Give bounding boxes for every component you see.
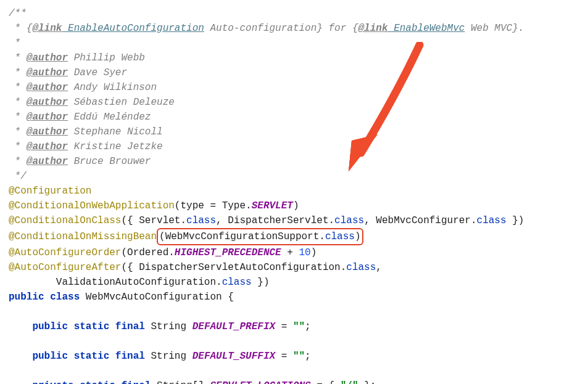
javadoc-blank: *	[9, 36, 582, 51]
annotation-conditional-missing-bean: @ConditionalOnMissingBean(WebMvcConfigur…	[9, 228, 582, 245]
javadoc-author-6: * @author Kristine Jetzke	[9, 139, 582, 154]
javadoc-author-7: * @author Bruce Brouwer	[9, 154, 582, 169]
code-editor-area[interactable]: /** * {@link EnableAutoConfiguration Aut…	[9, 6, 582, 384]
highlighted-parameter: (WebMvcConfigurationSupport.class)	[157, 228, 363, 245]
javadoc-desc: * {@link EnableAutoConfiguration Auto-co…	[9, 21, 582, 36]
javadoc-close: */	[9, 169, 582, 184]
blank-line	[9, 334, 582, 349]
javadoc-author-5: * @author Stephane Nicoll	[9, 125, 582, 139]
javadoc-open: /**	[9, 6, 582, 21]
javadoc-author-1: * @author Dave Syer	[9, 65, 582, 80]
field-servlet-locations: private static final String[] SERVLET_LO…	[9, 378, 582, 384]
annotation-auto-configure-after-l1: @AutoConfigureAfter({ DispatcherServletA…	[9, 260, 582, 275]
blank-line	[9, 304, 582, 319]
annotation-conditional-web-app: @ConditionalOnWebApplication(type = Type…	[9, 198, 582, 213]
blank-line	[9, 364, 582, 378]
annotation-configuration: @Configuration	[9, 184, 582, 198]
field-default-suffix: public static final String DEFAULT_SUFFI…	[9, 349, 582, 364]
javadoc-author-3: * @author Sébastien Deleuze	[9, 95, 582, 110]
javadoc-author-4: * @author Eddú Meléndez	[9, 110, 582, 125]
class-declaration: public class WebMvcAutoConfiguration {	[9, 290, 582, 304]
javadoc-author-2: * @author Andy Wilkinson	[9, 80, 582, 95]
annotation-auto-configure-order: @AutoConfigureOrder(Ordered.HIGHEST_PREC…	[9, 245, 582, 260]
javadoc-author-0: * @author Phillip Webb	[9, 51, 582, 65]
annotation-auto-configure-after-l2: ValidationAutoConfiguration.class })	[9, 275, 582, 290]
annotation-conditional-on-class: @ConditionalOnClass({ Servlet.class, Dis…	[9, 213, 582, 228]
field-default-prefix: public static final String DEFAULT_PREFI…	[9, 319, 582, 334]
